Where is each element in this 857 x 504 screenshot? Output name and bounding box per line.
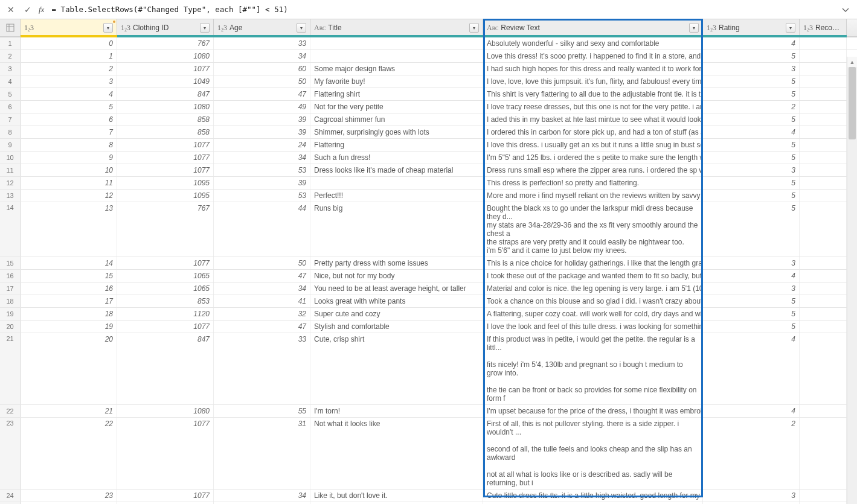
cell-age[interactable]: 47 — [214, 321, 310, 333]
cell-age[interactable]: 39 — [214, 177, 310, 189]
cell-index[interactable]: 2 — [21, 63, 117, 75]
cell-clothing-id[interactable]: 1077 — [117, 321, 214, 333]
row-number[interactable]: 14 — [0, 202, 21, 257]
filter-button[interactable]: ▾ — [469, 23, 479, 33]
row-number[interactable]: 21 — [0, 333, 21, 404]
cell-rating[interactable]: 2 — [703, 418, 800, 489]
table-row[interactable]: 1211109539This dress is perfection! so p… — [0, 177, 857, 190]
table-row[interactable]: 98107724FlatteringI love this dress. i u… — [0, 139, 857, 152]
row-number[interactable]: 1 — [0, 37, 21, 49]
formula-input[interactable] — [49, 4, 834, 15]
table-row[interactable]: 181785341Looks great with white pantsToo… — [0, 295, 857, 308]
cell-title[interactable] — [310, 177, 483, 189]
cell-title[interactable]: My favorite buy! — [310, 75, 483, 88]
cell-title[interactable]: Like it, but don't love it. — [310, 490, 483, 502]
cell-index[interactable]: 11 — [21, 177, 117, 189]
table-row[interactable]: 1615106547Nice, but not for my bodyI too… — [0, 270, 857, 282]
table-row[interactable]: 1076733Absolutely wonderful - silky and … — [0, 37, 857, 50]
row-number[interactable]: 13 — [0, 190, 21, 202]
row-number[interactable]: 7 — [0, 113, 21, 126]
cell-review-text[interactable]: I love the look and feel of this tulle d… — [483, 321, 703, 333]
cell-recommend[interactable] — [800, 257, 847, 269]
cell-index[interactable]: 0 — [21, 37, 117, 49]
cell-recommend[interactable] — [800, 63, 847, 75]
cell-review-text[interactable]: This shirt is very flattering to all due… — [483, 88, 703, 100]
cell-title[interactable]: Stylish and comfortable — [310, 321, 483, 333]
cell-title[interactable]: Not what it looks like — [310, 418, 483, 489]
cell-clothing-id[interactable]: 853 — [117, 295, 214, 307]
cell-review-text[interactable]: I took these out of the package and want… — [483, 270, 703, 282]
vertical-scrollbar[interactable]: ▲ — [847, 57, 857, 504]
cell-index[interactable]: 9 — [21, 152, 117, 164]
cell-recommend[interactable] — [800, 321, 847, 333]
cell-recommend[interactable] — [800, 101, 847, 113]
cell-age[interactable]: 34 — [214, 50, 310, 62]
cell-title[interactable]: Cagrcoal shimmer fun — [310, 113, 483, 126]
cell-clothing-id[interactable]: 767 — [117, 202, 214, 257]
cell-index[interactable]: 5 — [21, 101, 117, 113]
cell-title[interactable]: Nice, but not for my body — [310, 270, 483, 282]
cell-review-text[interactable]: I'm 5"5' and 125 lbs. i ordered the s pe… — [483, 152, 703, 164]
cell-title[interactable]: Looks great with white pants — [310, 295, 483, 307]
cell-recommend[interactable] — [800, 152, 847, 164]
cell-recommend[interactable] — [800, 490, 847, 502]
cell-review-text[interactable]: Dress runs small esp where the zipper ar… — [483, 164, 703, 176]
column-header-clothing-id[interactable]: 123 Clothing ID ▾ — [117, 19, 214, 36]
table-row[interactable]: 7685839Cagrcoal shimmer funI aded this i… — [0, 113, 857, 126]
cell-rating[interactable]: 3 — [703, 164, 800, 176]
cell-index[interactable]: 15 — [21, 270, 117, 282]
cell-review-text[interactable]: Cute little dress fits tts. it is a litt… — [483, 490, 703, 502]
cell-rating[interactable]: 5 — [703, 190, 800, 202]
cell-recommend[interactable] — [800, 177, 847, 189]
table-row[interactable]: 1110107753Dress looks like it's made of … — [0, 164, 857, 177]
cell-clothing-id[interactable]: 1080 — [117, 50, 214, 62]
column-header-rating[interactable]: 123 Rating ▾ — [703, 19, 800, 36]
cell-review-text[interactable]: I ordered this in carbon for store pick … — [483, 126, 703, 138]
cell-age[interactable]: 49 — [214, 101, 310, 113]
cell-rating[interactable]: 5 — [703, 139, 800, 151]
cell-review-text[interactable]: I aded this in my basket at hte last min… — [483, 113, 703, 126]
table-row[interactable]: 1514107750Pretty party dress with some i… — [0, 257, 857, 270]
cell-review-text[interactable]: Material and color is nice. the leg open… — [483, 282, 703, 295]
expand-formula-button[interactable] — [839, 3, 852, 16]
cell-clothing-id[interactable]: 1049 — [117, 75, 214, 88]
cell-review-text[interactable]: I had such high hopes for this dress and… — [483, 63, 703, 75]
cell-recommend[interactable] — [800, 164, 847, 176]
filter-button[interactable]: ▾ — [786, 23, 795, 33]
cell-rating[interactable]: 5 — [703, 75, 800, 88]
cell-age[interactable]: 34 — [214, 152, 310, 164]
cell-clothing-id[interactable]: 1065 — [117, 282, 214, 295]
cell-title[interactable]: I'm torn! — [310, 405, 483, 417]
cell-index[interactable]: 16 — [21, 282, 117, 295]
table-row[interactable]: 32107760Some major design flawsI had suc… — [0, 63, 857, 75]
cell-age[interactable]: 47 — [214, 270, 310, 282]
column-header-review-text[interactable]: ABC Review Text ▾ — [483, 19, 703, 36]
cell-title[interactable]: Dress looks like it's made of cheap mate… — [310, 164, 483, 176]
table-row[interactable]: 43104950My favorite buy!I love, love, lo… — [0, 75, 857, 88]
table-row[interactable]: 8785839Shimmer, surprisingly goes with l… — [0, 126, 857, 139]
cell-clothing-id[interactable]: 1077 — [117, 152, 214, 164]
cell-index[interactable]: 14 — [21, 257, 117, 269]
cell-title[interactable]: Some major design flaws — [310, 63, 483, 75]
cell-title[interactable] — [310, 37, 483, 49]
cell-title[interactable]: Flattering shirt — [310, 88, 483, 100]
cell-age[interactable]: 31 — [214, 418, 310, 489]
cell-clothing-id[interactable]: 1120 — [117, 308, 214, 320]
cell-clothing-id[interactable]: 858 — [117, 126, 214, 138]
cell-clothing-id[interactable]: 1077 — [117, 257, 214, 269]
cell-recommend[interactable] — [800, 113, 847, 126]
cell-clothing-id[interactable]: 1095 — [117, 177, 214, 189]
cell-index[interactable]: 21 — [21, 405, 117, 417]
cell-title[interactable]: Super cute and cozy — [310, 308, 483, 320]
cell-index[interactable]: 10 — [21, 164, 117, 176]
cell-rating[interactable]: 5 — [703, 177, 800, 189]
table-row[interactable]: 2019107747Stylish and comfortableI love … — [0, 321, 857, 333]
cell-recommend[interactable] — [800, 308, 847, 320]
row-number[interactable]: 11 — [0, 164, 21, 176]
cell-title[interactable]: Such a fun dress! — [310, 152, 483, 164]
cell-clothing-id[interactable]: 1080 — [117, 405, 214, 417]
cell-index[interactable]: 22 — [21, 418, 117, 489]
cell-rating[interactable]: 4 — [703, 37, 800, 49]
cell-age[interactable]: 32 — [214, 308, 310, 320]
cell-title[interactable]: Cute, crisp shirt — [310, 333, 483, 404]
